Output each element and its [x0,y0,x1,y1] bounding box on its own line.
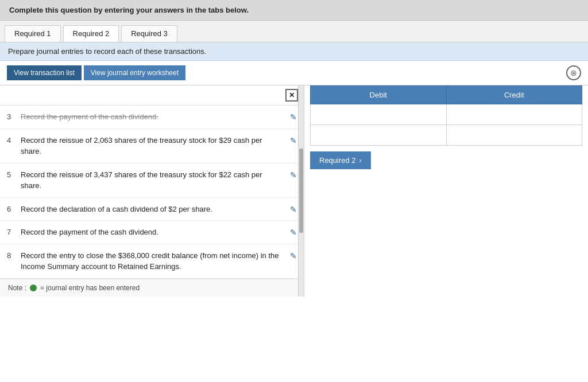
view-journal-entry-worksheet-button[interactable]: View journal entry worksheet [84,65,185,80]
edit-icon[interactable]: ✎ [290,169,297,180]
required2-label: Required 2 [319,156,356,165]
debit-header: Debit [311,86,447,104]
top-banner: Complete this question by entering your … [0,0,588,21]
green-dot-icon [30,284,37,291]
instruction-bar: Prepare journal entries to record each o… [0,42,588,61]
journal-table: Debit Credit [310,85,582,146]
transaction-number: 4 [7,135,15,145]
debit-input[interactable] [319,131,438,139]
toolbar-buttons: View transaction list View journal entry… [7,65,185,80]
transaction-text: Record the payment of the cash dividend. [21,111,284,123]
tabs-row: Required 1 Required 2 Required 3 [0,21,588,42]
popup-header: ✕ [0,85,304,106]
scrollbar-thumb[interactable] [299,149,303,233]
popup-close-icon: ✕ [289,91,295,99]
tab-required3[interactable]: Required 3 [121,25,177,42]
transaction-panel: ✕ 3 Record the payment of the cash divid… [0,85,304,297]
tab-required2[interactable]: Required 2 [63,25,119,42]
table-row [311,104,582,125]
transaction-text: Record the payment of the cash dividend. [21,227,284,238]
instruction-text: Prepare journal entries to record each o… [8,47,206,56]
view-transaction-list-button[interactable]: View transaction list [7,65,82,80]
close-icon: ⊗ [570,68,577,77]
required2-button[interactable]: Required 2 › [310,151,371,169]
tab-required1[interactable]: Required 1 [5,25,61,42]
list-item: 4 Record the reissue of 2,063 shares of … [0,129,304,163]
note-bar: Note : = journal entry has been entered [0,279,304,297]
edit-icon[interactable]: ✎ [290,250,297,260]
note-text: = journal entry has been entered [40,284,140,292]
journal-panel-inner: Debit Credit [304,85,588,175]
list-item: 5 Record the reissue of 3,437 shares of … [0,163,304,198]
debit-input[interactable] [319,110,438,119]
note-prefix: Note : [8,284,26,292]
toolbar: View transaction list View journal entry… [0,61,588,85]
credit-cell[interactable] [446,104,582,125]
debit-cell[interactable] [311,104,447,125]
table-row [311,125,582,146]
credit-input[interactable] [455,131,574,139]
banner-text: Complete this question by entering your … [9,6,249,14]
scrollbar[interactable] [298,85,304,297]
edit-icon[interactable]: ✎ [290,204,297,214]
credit-header: Credit [446,86,582,104]
list-item: 6 Record the declaration of a cash divid… [0,198,304,221]
journal-panel: Debit Credit [304,85,588,297]
transaction-text: Record the entry to close the $368,000 c… [21,250,284,272]
edit-icon[interactable]: ✎ [290,111,297,122]
edit-icon[interactable]: ✎ [290,135,297,145]
list-item: 3 Record the payment of the cash dividen… [0,106,304,129]
edit-icon[interactable]: ✎ [290,227,297,237]
transaction-list: 3 Record the payment of the cash dividen… [0,106,304,279]
transaction-number: 5 [7,169,15,179]
transaction-number: 7 [7,227,15,236]
transaction-number: 3 [7,111,15,121]
list-item: 7 Record the payment of the cash dividen… [0,221,304,244]
credit-input[interactable] [455,110,574,119]
transaction-text: Record the reissue of 2,063 shares of th… [21,135,284,157]
list-item: 8 Record the entry to close the $368,000… [0,244,304,279]
transaction-text: Record the declaration of a cash dividen… [21,204,284,215]
transaction-number: 6 [7,204,15,213]
close-button[interactable]: ⊗ [566,65,581,80]
chevron-right-icon: › [359,157,362,165]
credit-cell[interactable] [446,125,582,146]
popup-close-button[interactable]: ✕ [285,89,298,102]
debit-cell[interactable] [311,125,447,146]
transaction-text: Record the reissue of 3,437 shares of th… [21,169,284,192]
transaction-number: 8 [7,250,15,260]
main-content: ✕ 3 Record the payment of the cash divid… [0,85,588,297]
